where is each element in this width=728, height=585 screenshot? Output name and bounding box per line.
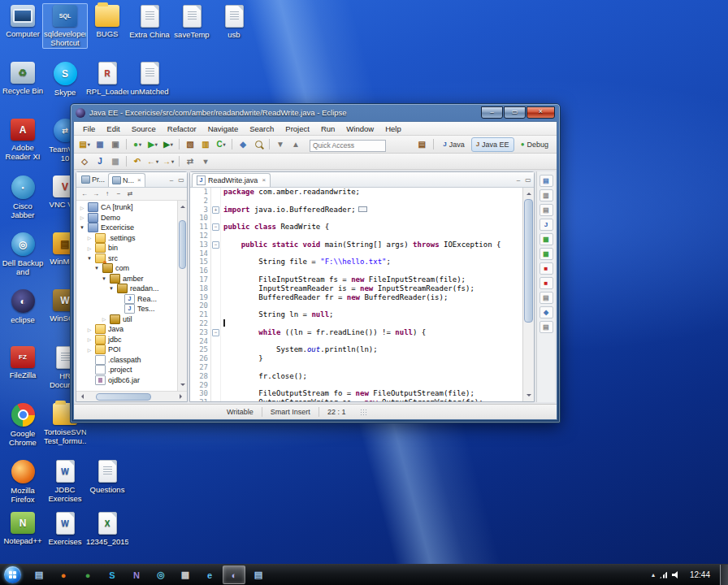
tree-item-java[interactable]: ▷Java	[76, 324, 187, 335]
desktop-icon-rpl-loader[interactable]: RRPL_Loader	[86, 62, 128, 96]
expand-arrow-icon[interactable]: ▷	[86, 347, 93, 353]
editor-vertical-scrollbar[interactable]	[522, 188, 534, 401]
desktop-icon-dell-backup-and-recovery[interactable]: ◎Dell Backup and Recovery	[2, 232, 44, 277]
print-button[interactable]: ▣	[108, 138, 123, 151]
volume-icon[interactable]	[672, 571, 680, 578]
desktop-icon-bugs[interactable]: BUGS	[86, 5, 128, 38]
collapse-fold-icon[interactable]: −	[212, 223, 219, 231]
tree-item-tes[interactable]: JTes...	[76, 304, 187, 314]
tree-item-ojdbc6-jar[interactable]: ojdbc6.jar	[76, 375, 187, 386]
open-task-button[interactable]: ◆	[236, 138, 250, 151]
taskbar-app-ie[interactable]: e	[198, 566, 221, 584]
last-edit-location-button[interactable]: ↶	[130, 155, 145, 168]
desktop-icon-mozilla-firefox[interactable]: Mozilla Firefox	[2, 460, 44, 504]
scroll-right-icon[interactable]	[180, 394, 184, 399]
desktop-icon-notepad[interactable]: NNotepad++	[2, 512, 44, 545]
taskbar-app-eclipse[interactable]: ◐	[223, 566, 245, 584]
expand-arrow-icon[interactable]: ▷	[79, 214, 85, 220]
menu-project[interactable]: Project	[280, 124, 315, 133]
expand-fold-icon[interactable]: +	[212, 206, 219, 214]
pin-editor-button[interactable]: ▾	[198, 155, 213, 168]
expand-arrow-icon[interactable]: ▼	[108, 286, 115, 291]
fast-view-icon-1[interactable]: ▤	[540, 175, 553, 187]
desktop-icon-sqldeveloper-shortcut[interactable]: SQLsqldeveloper Shortcut	[42, 3, 88, 49]
quick-access-input[interactable]	[310, 140, 386, 152]
maximize-button[interactable]: ▭	[504, 106, 526, 119]
view-tab-n[interactable]: N...×	[108, 173, 145, 187]
start-button[interactable]	[4, 566, 21, 583]
run-external-tools-button[interactable]: ▶▾	[161, 138, 176, 151]
minimize-editor-button[interactable]: –	[514, 176, 522, 184]
run-button[interactable]: ▶▾	[145, 138, 160, 151]
collapse-all-button[interactable]: −	[115, 190, 123, 197]
fast-view-icon-6[interactable]: ▦	[540, 248, 553, 260]
desktop-icon-recycle-bin[interactable]: ♻Recycle Bin	[2, 62, 44, 95]
menu-refactor[interactable]: Refactor	[162, 124, 202, 133]
tree-item-amber[interactable]: ▼amber	[76, 274, 187, 284]
fast-view-icon-2[interactable]: ▥	[540, 189, 553, 202]
taskbar-app-skype[interactable]: S	[101, 566, 124, 584]
tree-item-excericise[interactable]: ▼Excericise	[76, 223, 187, 233]
taskbar-app-document[interactable]: ▤	[28, 566, 50, 584]
status-more-icon[interactable]	[360, 409, 366, 416]
minimize-button[interactable]: –	[481, 106, 503, 119]
taskbar-app-green[interactable]: ●	[76, 566, 99, 584]
link-with-editor-button[interactable]: ⇄	[126, 190, 134, 197]
tree-item-classpath[interactable]: .classpath	[76, 355, 187, 366]
scroll-up-icon[interactable]	[180, 203, 185, 208]
perspective-java-ee[interactable]: JJava EE	[471, 137, 514, 152]
new-wizard-button[interactable]: ▤▾	[77, 138, 92, 151]
expand-arrow-icon[interactable]: ▼	[101, 276, 107, 281]
fast-view-icon-9[interactable]: ▤	[540, 292, 553, 304]
taskbar-app-onenote[interactable]: N	[125, 566, 148, 584]
show-hidden-icons[interactable]: ▴	[652, 571, 655, 578]
tree-item-src[interactable]: ▼src	[76, 254, 187, 264]
tree-item-project[interactable]: .project	[76, 365, 187, 375]
open-perspective-button[interactable]: ▤	[414, 138, 429, 151]
scrollbar-thumb[interactable]	[524, 199, 533, 323]
close-view-icon[interactable]: ×	[137, 176, 141, 184]
scroll-down-icon[interactable]	[180, 384, 185, 388]
window-titlebar[interactable]: Java EE - Excericise/src/com/amber/reada…	[73, 104, 557, 121]
desktop-icon-skype[interactable]: SSkype	[44, 62, 86, 97]
fast-view-icon-3[interactable]: ▤	[540, 204, 553, 216]
desktop-icon-cisco-jabber[interactable]: ●Cisco Jabber	[2, 176, 44, 219]
desktop-icon-jdbc-exercises[interactable]: WJDBC Exercises	[44, 460, 86, 503]
tree-item-rea[interactable]: JRea...	[76, 294, 187, 305]
new-java-project-button[interactable]: ▧	[183, 138, 197, 151]
expand-arrow-icon[interactable]: ▷	[86, 235, 93, 240]
desktop-icon-12345-2015[interactable]: X12345_2015...	[86, 512, 128, 546]
menu-edit[interactable]: Edit	[101, 124, 125, 133]
forward-button[interactable]: →	[92, 190, 100, 197]
fast-view-icon-7[interactable]: ■	[540, 262, 553, 275]
menu-file[interactable]: File	[77, 124, 101, 133]
collapsed-imports-icon[interactable]	[358, 206, 367, 212]
tree-item-jdbc[interactable]: ▷jdbc	[76, 335, 187, 345]
menu-search[interactable]: Search	[244, 124, 280, 133]
menu-window[interactable]: Window	[340, 124, 379, 133]
desktop-icon-exercises[interactable]: WExercises	[44, 512, 86, 546]
fast-view-icon-8[interactable]: ■	[540, 277, 553, 289]
network-icon[interactable]	[660, 572, 667, 578]
expand-arrow-icon[interactable]: ▷	[86, 327, 93, 332]
menu-navigate[interactable]: Navigate	[202, 124, 245, 133]
desktop-icon-savetemp[interactable]: saveTemp	[171, 5, 213, 39]
view-tab-pr[interactable]: Pr...	[78, 173, 108, 186]
desktop-icon-adobe-reader-xi[interactable]: AAdobe Reader XI	[2, 119, 44, 161]
scrollbar-thumb[interactable]	[96, 393, 151, 401]
minimize-view-button[interactable]: –	[167, 176, 176, 184]
desktop-icon-usb[interactable]: usb	[213, 5, 255, 39]
tree-item-com[interactable]: ▼com	[76, 263, 187, 274]
mark-occurrences-button[interactable]: ▦	[108, 155, 123, 168]
expand-arrow-icon[interactable]: ▷	[86, 336, 93, 342]
java-editor-button[interactable]: J	[93, 155, 107, 168]
perspective-java[interactable]: JJava	[438, 137, 469, 152]
desktop-icon-extra-china[interactable]: Extra China	[128, 5, 171, 39]
scrollbar-thumb[interactable]	[179, 220, 186, 269]
back-button[interactable]: ←▾	[145, 155, 160, 168]
expand-arrow-icon[interactable]: ▷	[79, 205, 85, 210]
taskbar-app-firefox[interactable]: ●	[52, 566, 75, 584]
expand-arrow-icon[interactable]: ▷	[86, 245, 93, 251]
tree-item-util[interactable]: ▷util	[76, 314, 187, 325]
link-with-editor-button[interactable]: ⇄	[183, 155, 197, 168]
